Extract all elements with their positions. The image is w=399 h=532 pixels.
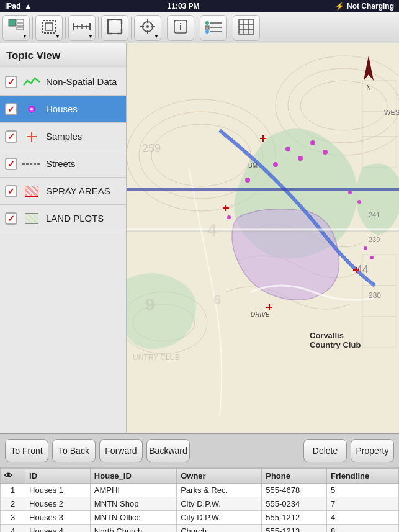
select-button[interactable]: ▼ [35, 15, 63, 41]
samples-icon [22, 130, 41, 143]
layer-name-land: LAND PLOTS [46, 213, 104, 223]
col-header-house-id: House_ID [90, 469, 176, 484]
separator-3 [98, 17, 99, 39]
svg-point-26 [146, 25, 149, 28]
left-panel: Topic View Non-Spatial Data [0, 43, 127, 433]
cell-friendline: 4 [327, 511, 399, 525]
wifi-icon: ▲ [24, 2, 32, 11]
layer-item-samples[interactable]: Samples [0, 123, 126, 150]
layer-checkbox-land[interactable] [5, 212, 17, 225]
svg-point-66 [370, 256, 374, 259]
legend-button[interactable] [200, 15, 227, 41]
nonspatial-icon [22, 76, 41, 88]
forward-button[interactable]: Forward [99, 439, 143, 462]
separator-4 [131, 17, 132, 39]
eye-column-header: 👁 [1, 469, 25, 484]
time-display: 11:03 PM [168, 2, 200, 11]
data-table-wrapper: 👁 ID House_ID Owner Phone Friendline 1 H… [0, 468, 399, 532]
to-back-button[interactable]: To Back [52, 439, 96, 462]
cell-owner: City D.P.W. [177, 497, 262, 511]
layer-list: Non-Spatial Data Houses [0, 68, 126, 433]
svg-text:N: N [366, 84, 370, 91]
table-row[interactable]: 4 Houses 4 North Church Church 555-1213 … [1, 525, 399, 533]
svg-point-60 [273, 162, 278, 167]
layer-checkbox-houses[interactable] [5, 103, 17, 115]
layer-name-spray: SPRAY AREAS [46, 186, 110, 196]
bluetooth-icon: ⚡ [335, 2, 344, 11]
row-num: 1 [1, 484, 25, 497]
table-row[interactable]: 1 Houses 1 AMPHI Parks & Rec. 555-4678 5 [1, 484, 399, 497]
data-table: 👁 ID House_ID Owner Phone Friendline 1 H… [0, 468, 399, 532]
layer-name-samples: Samples [46, 131, 82, 142]
table-row[interactable]: 3 Houses 3 MNTN Office City D.P.W. 555-1… [1, 511, 399, 525]
cell-phone: 555-1212 [262, 511, 327, 525]
dropdown-arrow-4: ▼ [154, 34, 159, 39]
grid-icon [238, 18, 255, 37]
bottom-controls: To Front To Back Forward Backward Delete… [0, 434, 399, 468]
measure-button[interactable]: ▼ [68, 15, 96, 41]
svg-point-61 [245, 178, 250, 183]
col-header-friendline: Friendline [327, 469, 399, 484]
separator-2 [65, 17, 66, 39]
layer-checkbox-nonspatial[interactable] [5, 76, 17, 88]
dropdown-arrow-3: ▼ [88, 34, 93, 39]
col-header-phone: Phone [262, 469, 327, 484]
info-button[interactable]: i [167, 15, 194, 41]
svg-point-58 [310, 140, 315, 145]
layer-item-spray[interactable]: SPRAY AREAS [0, 178, 126, 205]
col-header-owner: Owner [177, 469, 262, 484]
svg-rect-4 [43, 20, 55, 33]
svg-rect-31 [205, 26, 209, 29]
row-num: 3 [1, 511, 25, 525]
svg-rect-12 [108, 20, 122, 34]
dropdown-arrow: ▼ [22, 34, 27, 39]
layer-name-streets: Streets [46, 158, 76, 169]
layer-item-streets[interactable]: Streets [0, 150, 126, 178]
spray-icon [22, 185, 41, 197]
svg-point-62 [348, 191, 352, 194]
gps-button[interactable]: ▼ [134, 15, 161, 41]
svg-text:BM: BM [248, 162, 258, 169]
svg-text:9: 9 [145, 295, 155, 314]
svg-point-65 [364, 246, 367, 250]
battery-label: Not Charging [347, 2, 394, 11]
svg-rect-35 [239, 19, 254, 34]
grid-button[interactable] [233, 15, 260, 41]
cell-id: Houses 4 [25, 525, 91, 533]
table-row[interactable]: 2 Houses 2 MNTN Shop City D.P.W. 555-023… [1, 497, 399, 511]
dropdown-arrow-2: ▼ [55, 34, 60, 39]
cell-id: Houses 2 [25, 497, 91, 511]
to-front-button[interactable]: To Front [5, 439, 48, 462]
svg-rect-0 [9, 19, 16, 26]
zoom-button[interactable] [101, 15, 128, 41]
svg-text:i: i [179, 22, 182, 32]
svg-point-59 [323, 150, 328, 155]
eye-icon: 👁 [4, 471, 12, 480]
svg-text:259: 259 [142, 142, 161, 155]
property-button[interactable]: Property [351, 439, 394, 462]
separator-7 [230, 17, 230, 39]
layer-item-houses[interactable]: Houses [0, 96, 126, 123]
svg-point-63 [357, 200, 361, 204]
svg-text:WEST: WEST [384, 109, 399, 116]
svg-text:Country Club: Country Club [310, 340, 361, 349]
layer-checkbox-samples[interactable] [5, 130, 17, 143]
map-svg: 259 9 6 4 44 280 241 239 UNTRY CLUB DRIV… [127, 43, 399, 433]
separator-5 [164, 17, 164, 39]
layer-item-nonspatial[interactable]: Non-Spatial Data [0, 68, 126, 96]
svg-rect-2 [17, 24, 24, 26]
layers-button[interactable]: ▼ [2, 15, 30, 41]
carrier-label: iPad [5, 2, 20, 11]
layer-checkbox-spray[interactable] [5, 185, 17, 197]
separator-6 [197, 17, 197, 39]
row-num: 4 [1, 525, 25, 533]
status-bar: iPad ▲ 11:03 PM ⚡ Not Charging [0, 0, 399, 12]
backward-button[interactable]: Backward [146, 439, 190, 462]
layer-name-houses: Houses [46, 104, 78, 114]
cell-phone: 555-4678 [262, 484, 327, 497]
layer-item-land[interactable]: LAND PLOTS [0, 205, 126, 232]
delete-button[interactable]: Delete [303, 439, 347, 462]
cell-house-id: AMPHI [90, 484, 176, 497]
layer-checkbox-streets[interactable] [5, 158, 17, 170]
map-area[interactable]: 259 9 6 4 44 280 241 239 UNTRY CLUB DRIV… [127, 43, 399, 433]
